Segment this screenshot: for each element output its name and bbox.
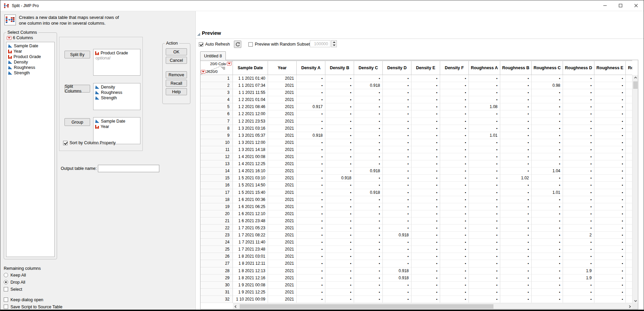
group-button[interactable]: Group bbox=[64, 118, 90, 126]
maximize-button[interactable] bbox=[613, 0, 628, 11]
column-header-roughness-e[interactable]: Roughness E bbox=[594, 61, 626, 75]
row-number[interactable]: 10 bbox=[200, 139, 233, 146]
row-number[interactable]: 25 bbox=[200, 246, 233, 253]
row-number[interactable]: 15 bbox=[200, 175, 233, 182]
row-number[interactable]: 9 bbox=[200, 132, 233, 139]
row-number[interactable]: 2 bbox=[200, 82, 233, 89]
recall-button[interactable]: Recall bbox=[166, 80, 187, 87]
column-header-roughness-f[interactable]: Roughness F bbox=[626, 61, 632, 75]
ok-button[interactable]: OK bbox=[166, 48, 187, 55]
row-number[interactable]: 29 bbox=[200, 275, 233, 282]
auto-refresh-checkbox[interactable] bbox=[199, 42, 203, 47]
list-item-density[interactable]: Density bbox=[6, 59, 54, 65]
tab-untitled-8[interactable]: Untitled 8 bbox=[200, 51, 226, 60]
remove-button[interactable]: Remove bbox=[166, 71, 187, 78]
cancel-button[interactable]: Cancel bbox=[166, 57, 187, 64]
drop-all-radio[interactable] bbox=[4, 280, 8, 284]
help-button[interactable]: Help bbox=[166, 88, 187, 95]
column-header-density-d[interactable]: Density D bbox=[383, 61, 411, 75]
horizontal-scroll-thumb[interactable] bbox=[240, 304, 493, 309]
row-number[interactable]: 7 bbox=[200, 118, 233, 125]
column-header-year[interactable]: Year bbox=[268, 61, 297, 75]
split-by-button[interactable]: Split By bbox=[64, 51, 90, 58]
row-number[interactable]: 5 bbox=[200, 103, 233, 110]
columns-red-triangle-menu[interactable] bbox=[227, 62, 232, 66]
row-number[interactable]: 14 bbox=[200, 167, 233, 175]
row-number[interactable]: 19 bbox=[200, 203, 233, 210]
list-item-year[interactable]: Year bbox=[6, 49, 54, 54]
row-number[interactable]: 8 bbox=[200, 125, 233, 132]
horizontal-scrollbar[interactable] bbox=[233, 303, 632, 309]
row-number[interactable]: 26 bbox=[200, 253, 233, 260]
subset-size-input[interactable] bbox=[310, 40, 330, 47]
close-button[interactable] bbox=[628, 0, 644, 11]
split-col-density[interactable]: Density bbox=[93, 84, 140, 90]
vertical-scrollbar[interactable] bbox=[632, 75, 638, 303]
row-number[interactable]: 30 bbox=[200, 282, 233, 289]
row-number[interactable]: 6 bbox=[200, 110, 233, 118]
column-header-sample-date[interactable]: Sample Date bbox=[233, 61, 268, 75]
group-year[interactable]: Year bbox=[93, 124, 140, 129]
subset-spinner[interactable] bbox=[331, 40, 337, 47]
list-item-strength[interactable]: Strength bbox=[6, 70, 54, 76]
minimize-button[interactable] bbox=[597, 0, 613, 11]
group-box[interactable]: Sample Date Year bbox=[93, 117, 140, 144]
column-header-roughness-b[interactable]: Roughness B bbox=[500, 61, 532, 75]
spinner-up-icon[interactable] bbox=[331, 41, 337, 44]
row-number[interactable]: 4 bbox=[200, 96, 233, 103]
column-header-roughness-d[interactable]: Roughness D bbox=[563, 61, 594, 75]
split-col-roughness[interactable]: Roughness bbox=[93, 90, 140, 95]
list-item-sample-date[interactable]: Sample Date bbox=[6, 43, 54, 49]
sort-by-column-property-checkbox[interactable] bbox=[63, 141, 68, 145]
row-number[interactable]: 1 bbox=[200, 75, 233, 82]
columns-red-triangle-menu[interactable] bbox=[7, 36, 11, 40]
row-number[interactable]: 16 bbox=[200, 182, 233, 189]
column-header-density-e[interactable]: Density E bbox=[411, 61, 440, 75]
split-by-item-product-grade[interactable]: Product Grade bbox=[93, 50, 140, 56]
spinner-down-icon[interactable] bbox=[331, 44, 337, 47]
row-number[interactable]: 31 bbox=[200, 289, 233, 296]
row-number[interactable]: 22 bbox=[200, 225, 233, 232]
split-columns-button[interactable]: Split Columns bbox=[64, 85, 90, 93]
scroll-up-button[interactable] bbox=[633, 75, 638, 81]
scroll-left-button[interactable] bbox=[233, 304, 239, 309]
keep-dialog-open-checkbox[interactable] bbox=[4, 297, 8, 302]
column-header-density-b[interactable]: Density B bbox=[325, 61, 354, 75]
random-subset-checkbox[interactable] bbox=[248, 42, 253, 47]
column-header-density-c[interactable]: Density C bbox=[354, 61, 383, 75]
list-item-roughness[interactable]: Roughness bbox=[6, 65, 54, 70]
row-number[interactable]: 21 bbox=[200, 217, 233, 225]
keep-all-radio[interactable] bbox=[4, 273, 8, 277]
row-number[interactable]: 17 bbox=[200, 189, 233, 196]
save-script-checkbox[interactable] bbox=[4, 305, 8, 309]
row-number[interactable]: 11 bbox=[200, 146, 233, 153]
column-header-density-a[interactable]: Density A bbox=[297, 61, 325, 75]
column-header-roughness-a[interactable]: Roughness A bbox=[469, 61, 500, 75]
row-number[interactable]: 13 bbox=[200, 160, 233, 167]
row-number[interactable]: 28 bbox=[200, 267, 233, 275]
scroll-right-button[interactable] bbox=[626, 304, 632, 309]
group-sample-date[interactable]: Sample Date bbox=[93, 119, 140, 124]
select-checkbox[interactable] bbox=[4, 287, 8, 291]
row-number[interactable]: 18 bbox=[200, 196, 233, 203]
row-number[interactable]: 24 bbox=[200, 239, 233, 246]
row-number[interactable]: 32 bbox=[200, 296, 233, 303]
split-by-box[interactable]: Product Grade optional bbox=[93, 49, 140, 76]
source-columns-list[interactable]: Sample Date Year Product Grade Density R… bbox=[6, 42, 55, 257]
row-number[interactable]: 27 bbox=[200, 260, 233, 267]
rows-red-triangle-menu[interactable] bbox=[201, 70, 206, 74]
row-number[interactable]: 23 bbox=[200, 232, 233, 239]
column-header-roughness-c[interactable]: Roughness C bbox=[532, 61, 563, 75]
vertical-scroll-thumb[interactable] bbox=[633, 81, 638, 89]
row-number[interactable]: 12 bbox=[200, 153, 233, 160]
split-columns-box[interactable]: Density Roughness Strength bbox=[93, 83, 140, 110]
column-header-density-f[interactable]: Density F bbox=[440, 61, 469, 75]
split-col-strength[interactable]: Strength bbox=[93, 95, 140, 101]
outline-disclosure-icon[interactable] bbox=[197, 33, 200, 36]
list-item-product-grade[interactable]: Product Grade bbox=[6, 54, 54, 59]
row-number[interactable]: 3 bbox=[200, 89, 233, 96]
row-number[interactable]: 20 bbox=[200, 210, 233, 217]
scroll-down-button[interactable] bbox=[633, 297, 638, 303]
refresh-button[interactable] bbox=[234, 41, 241, 48]
output-table-name-input[interactable] bbox=[98, 165, 159, 172]
